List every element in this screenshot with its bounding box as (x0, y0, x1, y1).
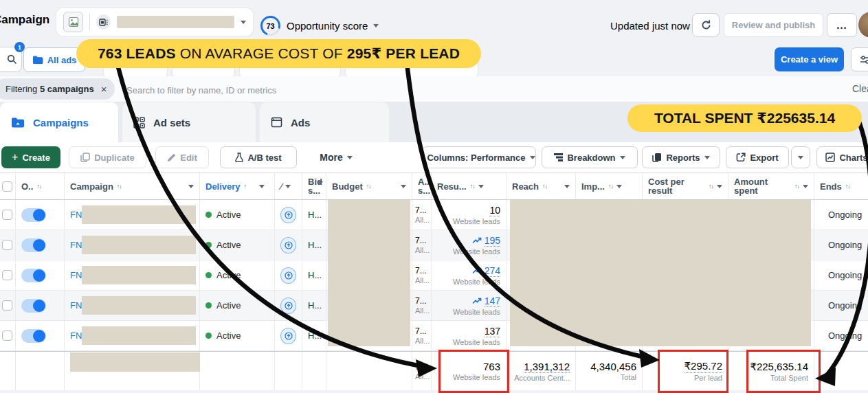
pencil-icon (167, 153, 176, 162)
review-and-publish-button[interactable]: Review and publish (724, 13, 823, 37)
column-header-bid-strategy[interactable]: Bids... (302, 173, 326, 199)
chevron-down-icon (401, 185, 406, 188)
duplicate-icon (80, 153, 90, 162)
create-a-view-button[interactable]: Create a view (775, 47, 844, 71)
tab-ad-sets[interactable]: Ad sets (122, 102, 256, 142)
chevron-down-icon (564, 185, 570, 188)
chevron-down-icon (717, 185, 722, 188)
ab-test-button[interactable]: A/B test (220, 146, 297, 168)
campaign-toggle[interactable] (21, 329, 46, 343)
refresh-button[interactable] (692, 13, 720, 37)
more-button[interactable]: More (308, 146, 364, 168)
row-checkbox[interactable] (2, 330, 12, 341)
attribution: 7... (415, 266, 427, 276)
campaign-toggle[interactable] (21, 208, 46, 222)
column-header-edit[interactable]: ∕ (275, 173, 302, 199)
chevron-down-icon (530, 156, 535, 159)
column-header-reach[interactable]: Reach↑↓ (507, 173, 576, 199)
advantage-icon (280, 297, 296, 314)
column-header-cost-per-result[interactable]: Cost perresult↑↓ (643, 173, 728, 199)
column-header-amount-spent[interactable]: Amountspent↑↓ (728, 173, 814, 199)
export-button[interactable]: Export (726, 146, 789, 168)
result-value[interactable]: 147 (485, 295, 500, 307)
result-type: Website leads (453, 278, 500, 286)
chevron-down-icon (620, 156, 625, 159)
column-header-delivery[interactable]: Delivery↑ (200, 173, 275, 199)
campaign-toggle[interactable] (21, 269, 46, 282)
opportunity-score-dropdown[interactable]: Opportunity score (287, 20, 379, 32)
ends-value: Ongoing (828, 300, 862, 311)
export-icon (736, 153, 746, 162)
column-header-attribution[interactable]: A...s... (412, 173, 432, 199)
duplicate-button[interactable]: Duplicate (69, 146, 146, 168)
total-impressions: 4,340,456 (590, 361, 636, 372)
filtering-chip[interactable]: Filtering 5 campaigns × (0, 78, 115, 100)
breakdown-icon (554, 153, 563, 161)
business-portfolio-icon (96, 14, 111, 30)
result-value[interactable]: 195 (485, 235, 500, 247)
row-checkbox[interactable] (2, 210, 12, 220)
columns-button[interactable]: Columns: Performance (422, 146, 536, 168)
attribution: 7... (415, 296, 427, 306)
select-all-checkbox[interactable] (2, 181, 12, 192)
tab-campaigns[interactable]: Campaigns (0, 102, 118, 142)
reports-button[interactable]: Reports (642, 146, 720, 168)
view-settings-button[interactable] (851, 47, 868, 71)
ends-value: Ongoing (828, 270, 862, 280)
result-value[interactable]: 10 (489, 205, 500, 216)
campaigns-folder-icon (11, 117, 25, 128)
clear-filters-link[interactable]: Clear (852, 83, 868, 94)
opportunity-score-value: 73 (263, 18, 278, 34)
chevron-down-icon (318, 181, 323, 185)
active-status-dot (205, 333, 212, 339)
result-type: Website leads (453, 308, 500, 316)
redacted-summary-campaign (70, 352, 200, 372)
advantage-icon (280, 237, 296, 254)
account-image-button[interactable] (63, 12, 83, 32)
column-header-impressions[interactable]: Imp...↑↓ (576, 173, 643, 199)
charts-button[interactable]: Charts (816, 146, 868, 168)
redacted-campaign-name (82, 236, 196, 254)
avatar[interactable] (858, 12, 868, 38)
attribution: 7... (415, 205, 427, 215)
create-button[interactable]: + Create (1, 146, 60, 168)
bottom-strip (0, 390, 868, 393)
result-type: Website leads (453, 247, 500, 256)
tab-ads[interactable]: Ads (260, 102, 389, 142)
export-options-button[interactable] (791, 146, 810, 168)
column-header-ends[interactable]: Ends↑↓ (814, 173, 868, 199)
campaign-toggle[interactable] (21, 299, 46, 313)
edit-button[interactable]: Edit (155, 146, 209, 168)
chevron-down-icon (704, 156, 710, 159)
bid-strategy: H... (308, 300, 322, 311)
row-checkbox[interactable] (2, 270, 12, 280)
chevron-down-icon (803, 185, 808, 188)
plus-icon: + (12, 151, 18, 164)
delivery-status: Active (216, 210, 241, 220)
result-value[interactable]: 274 (485, 265, 500, 277)
ad-account-selector[interactable] (56, 8, 253, 36)
close-icon[interactable]: × (101, 83, 107, 95)
row-checkbox[interactable] (2, 300, 12, 311)
search-input[interactable] (125, 80, 719, 100)
advantage-icon (280, 328, 296, 344)
folder-icon (32, 55, 43, 65)
result-value[interactable]: 137 (485, 326, 500, 337)
column-header-campaign[interactable]: Campaign↑↓ (65, 173, 200, 199)
campaign-toggle[interactable] (21, 238, 46, 252)
updated-status: Updated just now (610, 20, 690, 32)
attribution: 7... (415, 326, 427, 336)
active-status-dot (205, 212, 212, 218)
delivery-status: Active (216, 270, 241, 280)
more-options-button[interactable]: … (827, 13, 857, 37)
ends-value: Ongoing (828, 210, 862, 220)
column-header-onoff[interactable]: O..↑↓ (16, 173, 65, 199)
column-header-results[interactable]: Resu...↑↓ (432, 173, 507, 199)
row-checkbox[interactable] (2, 240, 12, 250)
redacted-campaign-name (82, 205, 196, 224)
column-header-budget[interactable]: Budget↑↓ (326, 173, 412, 199)
breakdown-button[interactable]: Breakdown (542, 146, 638, 168)
delivery-status: Active (216, 300, 241, 311)
redacted-account-name (117, 16, 234, 28)
advantage-icon (280, 267, 296, 284)
